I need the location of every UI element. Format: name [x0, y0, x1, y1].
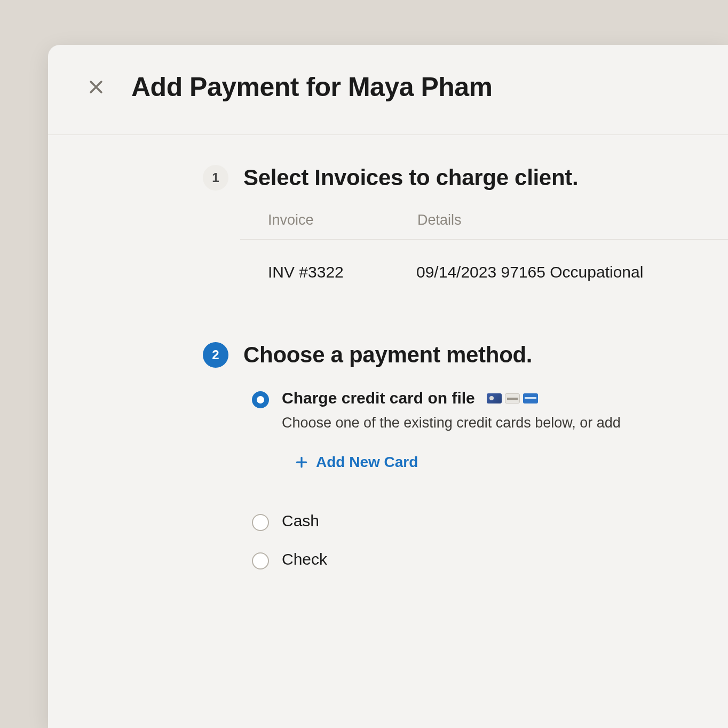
option-label: Check	[282, 550, 728, 568]
radio-cash[interactable]	[252, 514, 269, 531]
step-number-badge: 2	[203, 342, 228, 368]
step-choose-payment-method: 2 Choose a payment method. Charge credit…	[203, 342, 728, 569]
table-header-row: Invoice Details	[240, 212, 728, 240]
option-cash[interactable]: Cash	[252, 512, 728, 531]
card-brand-icon	[505, 393, 520, 403]
add-payment-modal: Add Payment for Maya Pham 1 Select Invoi…	[48, 45, 728, 728]
payment-method-options: Charge credit card on file Choose one of…	[252, 389, 728, 569]
step-number-badge: 1	[203, 165, 228, 191]
radio-check[interactable]	[252, 552, 269, 569]
option-check[interactable]: Check	[252, 550, 728, 569]
step-header: 2 Choose a payment method.	[203, 342, 728, 368]
card-brand-icon	[523, 393, 538, 403]
plus-icon	[295, 455, 308, 469]
add-new-card-button[interactable]: Add New Card	[295, 454, 418, 471]
option-credit-card[interactable]: Charge credit card on file Choose one of…	[252, 389, 728, 471]
add-new-card-label: Add New Card	[316, 454, 418, 471]
option-label: Charge credit card on file	[282, 389, 728, 407]
invoice-table: Invoice Details INV #3322 09/14/2023 971…	[240, 212, 728, 305]
credit-card-icons	[487, 393, 538, 403]
modal-title: Add Payment for Maya Pham	[131, 72, 493, 102]
card-brand-icon	[487, 393, 502, 403]
close-button[interactable]	[85, 76, 107, 98]
modal-header: Add Payment for Maya Pham	[48, 45, 728, 135]
step-title: Select Invoices to charge client.	[243, 165, 578, 191]
step-select-invoices: 1 Select Invoices to charge client. Invo…	[203, 165, 728, 305]
step-header: 1 Select Invoices to charge client.	[203, 165, 728, 191]
cell-invoice-details: 09/14/2023 97165 Occupational	[416, 263, 643, 281]
column-header-invoice: Invoice	[268, 212, 353, 228]
cell-invoice-number: INV #3322	[268, 263, 369, 281]
column-header-details: Details	[417, 212, 462, 228]
modal-body: 1 Select Invoices to charge client. Invo…	[48, 135, 728, 569]
option-label: Cash	[282, 512, 728, 530]
option-label-text: Charge credit card on file	[282, 389, 475, 407]
close-icon	[87, 78, 105, 96]
radio-credit-card[interactable]	[252, 391, 269, 408]
option-description: Choose one of the existing credit cards …	[282, 415, 728, 431]
step-title: Choose a payment method.	[243, 342, 532, 368]
table-row[interactable]: INV #3322 09/14/2023 97165 Occupational	[240, 240, 728, 305]
